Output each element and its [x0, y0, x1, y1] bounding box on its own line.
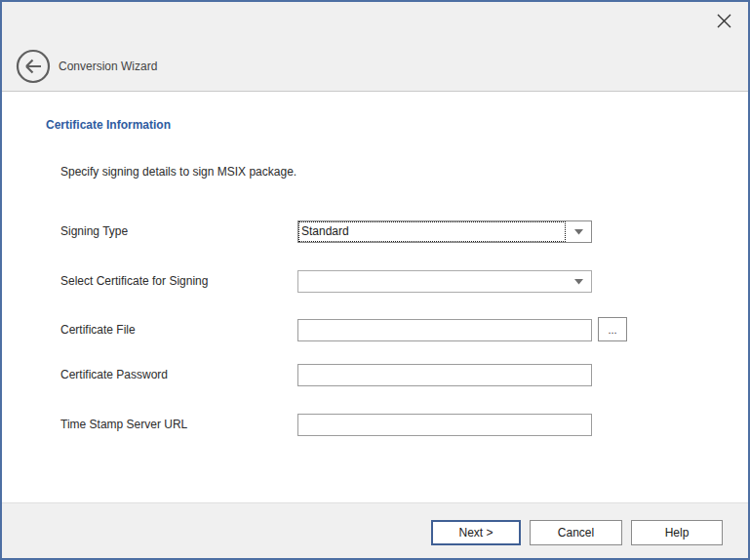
certificate-password-label: Certificate Password — [60, 368, 290, 382]
close-icon — [716, 13, 732, 29]
select-certificate-label: Select Certificate for Signing — [60, 274, 290, 289]
wizard-page-content — [2, 93, 748, 499]
select-certificate-combobox[interactable] — [297, 270, 592, 293]
conversion-wizard-dialog: Conversion Wizard Certificate Informatio… — [0, 0, 750, 560]
page-description: Specify signing details to sign MSIX pac… — [60, 165, 296, 179]
certificate-password-input[interactable] — [297, 364, 592, 386]
select-certificate-value — [298, 271, 566, 292]
chevron-down-icon[interactable] — [566, 271, 591, 292]
signing-type-value: Standard — [298, 221, 566, 242]
chevron-down-icon[interactable] — [566, 221, 591, 242]
signing-type-label: Signing Type — [60, 224, 290, 239]
certificate-file-input[interactable] — [297, 319, 592, 341]
arrow-left-circle-icon — [16, 49, 51, 84]
next-button[interactable]: Next > — [431, 520, 521, 545]
close-button[interactable] — [713, 10, 734, 31]
back-button[interactable] — [16, 49, 51, 84]
wizard-footer: Next > Cancel Help — [2, 502, 748, 558]
certificate-file-label: Certificate File — [60, 323, 290, 338]
browse-button[interactable]: ... — [598, 317, 627, 341]
wizard-header: Conversion Wizard — [2, 2, 748, 92]
help-button[interactable]: Help — [631, 520, 723, 545]
signing-type-combobox[interactable]: Standard — [297, 220, 592, 243]
wizard-title: Conversion Wizard — [59, 59, 157, 74]
cancel-button[interactable]: Cancel — [530, 520, 622, 545]
timestamp-url-input[interactable] — [297, 414, 592, 436]
timestamp-url-label: Time Stamp Server URL — [60, 418, 290, 432]
page-title: Certificate Information — [46, 118, 171, 132]
